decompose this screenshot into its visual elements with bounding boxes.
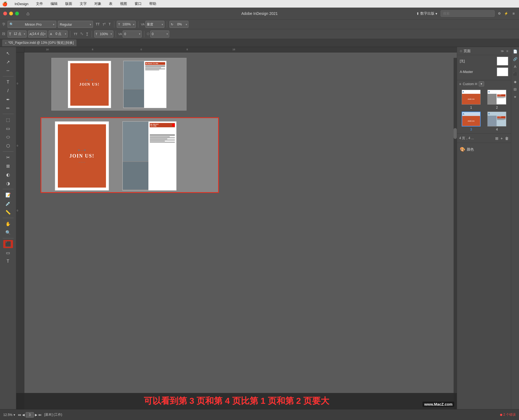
menu-edit[interactable]: 编辑 — [49, 1, 59, 7]
measure-tool[interactable]: 📏 — [3, 208, 13, 216]
zoom-control[interactable]: 12.5% ▾ — [3, 413, 15, 417]
t-frac-btn[interactable]: T̲ — [85, 32, 89, 36]
pen-tool[interactable]: ✒ — [3, 95, 13, 104]
apple-menu[interactable]: 🍎 — [2, 1, 8, 6]
free-transform-tool[interactable]: ⊠ — [3, 162, 13, 170]
page-thumb-1[interactable]: A ❋ JOIN US! — — [462, 90, 481, 105]
page-3[interactable]: ❋ — ❋ JOIN US! — — — — [55, 121, 109, 191]
menu-view[interactable]: 视图 — [118, 1, 129, 7]
links-icon[interactable]: 🔗 — [512, 56, 518, 62]
menu-indesign[interactable]: InDesign — [13, 1, 30, 6]
ellipse-tool[interactable]: ⬭ — [3, 133, 13, 141]
page4-photo — [123, 122, 148, 190]
menu-file[interactable]: 文件 — [34, 1, 45, 7]
eyedropper-tool[interactable]: 💉 — [3, 199, 13, 208]
tracking-field[interactable]: 量度 ▾ — [145, 21, 164, 28]
canvas-scrollbar[interactable] — [454, 58, 457, 409]
scrollbar-thumb[interactable] — [454, 128, 457, 139]
tt-btn2[interactable]: TT — [102, 22, 107, 27]
page2-text: BE READY TO CRE- — [144, 61, 166, 108]
pages-delete-icon[interactable]: 🗑 — [505, 136, 509, 141]
panel-toggle-icon[interactable]: ≡ — [513, 11, 515, 16]
page-thumb-3[interactable]: A ❋ JOIN US! — — [462, 112, 481, 126]
tt-scale-btn1[interactable]: TT — [73, 32, 78, 36]
va-field[interactable]: 0 ▾ — [123, 31, 142, 38]
export-button[interactable]: ⬆ 数字出版 ▾ — [416, 11, 437, 16]
close-button[interactable] — [3, 12, 7, 15]
type-tool[interactable]: T — [3, 78, 13, 86]
gap-tool[interactable]: ↔ — [3, 66, 13, 75]
current-page-input[interactable] — [26, 412, 34, 418]
menu-text[interactable]: 文字 — [78, 1, 88, 7]
pencil-tool[interactable]: ✏ — [3, 104, 13, 112]
type-on-path-tool[interactable]: T — [3, 257, 13, 265]
lightning-icon[interactable]: ⚡ — [504, 12, 508, 15]
polygon-tool[interactable]: ⬡ — [3, 142, 13, 150]
minimize-button[interactable] — [9, 12, 13, 15]
swatches-icon[interactable]: ⬛ — [512, 71, 518, 77]
tracking-arrow: ▾ — [162, 23, 163, 26]
none-master-thumb[interactable] — [497, 57, 508, 65]
hand-tool[interactable]: ✋ — [3, 220, 13, 228]
rotate-field[interactable]: ↻ 0% ▾ — [169, 21, 188, 28]
font-selector[interactable]: 🔍 Minion Pro ▾ — [8, 21, 56, 28]
nav-next-button[interactable]: ▶ — [35, 413, 37, 417]
leading-field[interactable]: A (14.4 点) ▾ — [28, 31, 47, 38]
menu-object[interactable]: 对象 — [93, 1, 103, 7]
menu-icon[interactable]: ≡ — [506, 49, 508, 53]
fill-stroke-tool[interactable]: ⬛ — [3, 240, 13, 248]
page-thumb-4[interactable]: A BE READY — [487, 112, 506, 126]
menu-layout[interactable]: 版面 — [64, 1, 74, 7]
nav-last-button[interactable]: ⏭ — [38, 413, 42, 417]
gradient-feather-tool[interactable]: ◑ — [3, 179, 13, 187]
menubar: 🍎 InDesign 文件 编辑 版面 文字 对象 表 视图 窗口 帮助 — [0, 0, 519, 8]
zoom-tool[interactable]: 🔍 — [3, 228, 13, 236]
document-tab[interactable]: × *05_PageSize.indd @ 13% [GPU 预览] [转换] — [2, 39, 76, 46]
menu-help[interactable]: 帮助 — [148, 1, 158, 7]
styles-icon[interactable]: A — [512, 63, 518, 70]
direct-selection-tool[interactable]: ↗ — [3, 58, 13, 66]
a-master-thumb[interactable] — [497, 68, 508, 76]
hscale-field[interactable]: T 100% ▾ — [94, 31, 113, 38]
layers-icon[interactable]: ≡ — [512, 94, 518, 100]
nav-prev-button[interactable]: ◀ — [22, 413, 25, 417]
rect-frame-tool[interactable]: ⬚ — [3, 116, 13, 124]
pages-layout-icon[interactable]: ⊞ — [495, 136, 498, 141]
menu-window[interactable]: 窗口 — [133, 1, 143, 7]
settings-icon[interactable]: ⚙ — [498, 12, 501, 15]
font-size-field[interactable]: T 12 点 ▾ — [8, 31, 26, 38]
diamond-icon: ◇ — [460, 49, 462, 53]
baseline-field[interactable]: 0 ▾ — [150, 31, 169, 38]
pages-add-icon[interactable]: + — [501, 136, 503, 141]
tt-btn1[interactable]: TT — [95, 22, 101, 27]
page-4[interactable]: BE READYTO CRE- — [122, 121, 177, 191]
kerning-field[interactable]: A 0 点 ▾ — [49, 31, 68, 38]
tt-scale-btn2[interactable]: TT — [79, 32, 84, 36]
page-1[interactable]: ❋ — ❋ JOIN US! — — — — [68, 61, 111, 108]
home-icon[interactable]: ⌂ — [26, 11, 29, 16]
page-thumb-2[interactable]: A BE READY — [487, 90, 506, 105]
size-field[interactable]: T 100% ▾ — [117, 21, 136, 28]
nav-first-button[interactable]: ⏮ — [18, 413, 21, 417]
effects-icon[interactable]: ◈ — [512, 78, 518, 85]
menu-table[interactable]: 表 — [107, 1, 114, 7]
align-icon[interactable]: ⊟ — [512, 86, 518, 92]
pages-icon[interactable]: 📄 — [512, 48, 518, 55]
maximize-button[interactable] — [15, 12, 19, 15]
tab-close-icon[interactable]: × — [5, 41, 6, 45]
page-2[interactable]: BE READY TO CRE- — [123, 61, 167, 108]
search-input[interactable] — [441, 10, 495, 17]
gradient-tool[interactable]: ◐ — [3, 171, 13, 179]
expand-icon[interactable]: ≫ — [501, 49, 504, 53]
note-tool[interactable]: 📝 — [3, 191, 13, 199]
page2-content: BE READY TO CRE- — [124, 61, 166, 108]
preview-mode-tool[interactable]: ▭ — [3, 249, 13, 257]
selection-tool[interactable]: ↖ — [3, 49, 13, 57]
rect-tool[interactable]: ▭ — [3, 124, 13, 132]
custom-h-dropdown[interactable]: ▾ — [479, 81, 484, 86]
font-style-selector[interactable]: Regular ▾ — [58, 21, 93, 28]
error-status[interactable]: 2 个错误 — [500, 412, 516, 417]
scissors-tool[interactable]: ✂ — [3, 153, 13, 161]
line-tool[interactable]: / — [3, 87, 13, 95]
t-btn[interactable]: T — [108, 22, 112, 27]
